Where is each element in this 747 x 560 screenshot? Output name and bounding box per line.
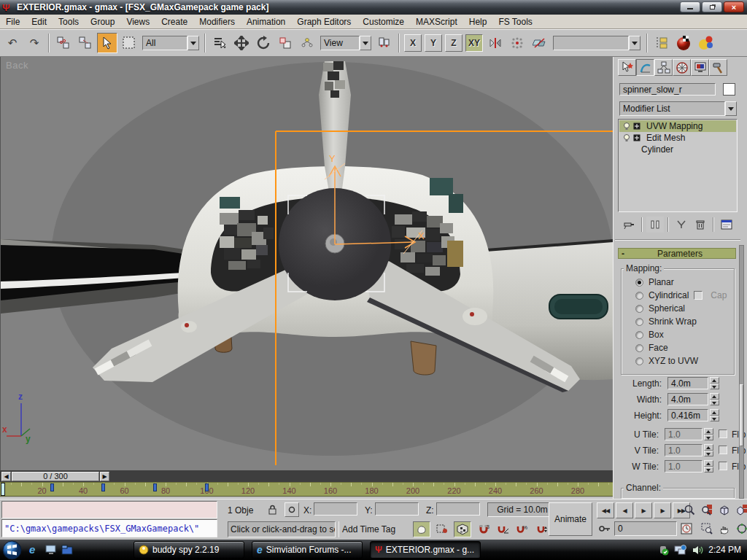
mapping-option-row[interactable]: Shrink Wrap [635,315,738,328]
taskbar-item-buddy-spy[interactable]: buddy spy 2.2.19 [133,541,244,559]
animation-key-marker[interactable] [50,483,54,491]
dimension-value-field[interactable]: 4.0m [667,393,708,405]
show-end-result-icon[interactable] [646,217,664,233]
expand-plus-icon[interactable] [633,134,640,141]
mapping-option-row[interactable]: Spherical [635,302,738,315]
parameters-rollout-header[interactable]: - Parameters [618,248,736,259]
animation-key-marker[interactable] [205,483,209,491]
select-by-name-icon[interactable] [209,33,230,53]
taskbar-clock[interactable]: 2:24 PM [708,545,741,555]
previous-frame-button[interactable]: ◀ [616,502,633,518]
taskbar-item-simviation[interactable]: e Simviation Forums -... [252,541,363,559]
restrict-x-button[interactable]: X [404,34,422,52]
scrollbar-thumb[interactable] [740,384,743,446]
quicklaunch-explorer-icon[interactable] [61,545,73,555]
material-navigator-icon[interactable] [673,33,694,53]
radio-button[interactable] [635,331,643,339]
radio-button[interactable] [635,344,643,352]
frame-back-arrow[interactable]: ◀ [1,472,11,481]
reference-coordinate-combo[interactable]: View [320,36,371,50]
panel-scrollbar[interactable] [739,245,744,499]
coord-z-field[interactable] [436,502,480,516]
restore-button[interactable] [702,1,722,12]
modifier-name[interactable]: Cylinder [641,144,673,155]
track-view-icon[interactable] [651,33,672,53]
modifier-stack-row[interactable]: Cylinder [619,144,736,155]
zoom-extents-icon[interactable] [716,502,732,517]
modifier-name[interactable]: Edit Mesh [646,133,685,143]
coord-y-field[interactable] [375,502,419,516]
menu-item[interactable]: Graph Editors [291,15,357,28]
select-and-rotate-icon[interactable] [253,33,274,53]
tab-display[interactable] [691,59,709,76]
selection-lock-icon[interactable] [264,502,280,517]
maxscript-listener-output[interactable]: "C:\gmax\gamepacks\FSX_GMaxGamepack\" [1,519,217,537]
pan-hand-icon[interactable] [716,521,732,536]
pin-stack-icon[interactable] [620,217,638,233]
modifier-name[interactable]: UVW Mapping [646,121,703,131]
viewport-label[interactable]: Back [6,60,28,71]
snap-toggle-3d-icon[interactable]: 3 [476,521,493,537]
mapping-option-row[interactable]: Cylindrical Cap [635,289,738,302]
menu-item[interactable]: Customize [357,15,410,28]
mapping-option-row[interactable]: Planar [635,276,738,289]
quicklaunch-show-desktop-icon[interactable] [45,545,57,555]
menu-item[interactable]: Group [85,15,120,28]
tab-create[interactable] [618,59,636,76]
use-center-flyout-icon[interactable] [374,33,395,53]
animate-button[interactable]: Animate [549,502,592,536]
restrict-y-button[interactable]: Y [425,34,442,52]
coord-x-field[interactable] [314,502,357,516]
named-selection-sets-combo[interactable] [553,36,640,50]
minimize-button[interactable] [680,1,700,12]
dimension-value-field[interactable]: 4.0m [667,377,708,389]
menu-item[interactable]: Animation [241,15,291,28]
tile-value-field[interactable]: 1.0 [665,444,703,456]
angle-snap-icon[interactable] [495,521,512,537]
expand-plus-icon[interactable] [633,122,640,130]
start-button[interactable] [2,540,22,560]
next-frame-button[interactable]: ▶ [654,502,671,518]
menu-item[interactable]: Help [463,15,493,28]
time-configuration-icon[interactable] [678,521,694,536]
spinner-arrows[interactable] [704,444,713,456]
tab-hierarchy[interactable] [654,59,673,76]
spinner-arrows[interactable] [704,428,713,440]
radio-button[interactable] [635,292,643,300]
time-slider-button[interactable]: 0 / 300 [12,472,99,481]
frame-forward-arrow[interactable]: ▶ [100,472,109,481]
tab-motion[interactable] [673,59,691,76]
tray-update-icon[interactable] [658,545,669,556]
current-frame-field[interactable]: 0 [614,521,677,536]
tray-network-icon[interactable] [674,545,687,556]
flip-checkbox[interactable] [719,446,727,454]
add-time-tag[interactable]: Add Time Tag [338,521,409,537]
zoom-all-icon[interactable] [699,502,715,517]
percent-snap-icon[interactable]: % [514,521,531,537]
restrict-z-button[interactable]: Z [445,34,462,52]
animation-key-marker[interactable] [101,483,105,491]
object-color-swatch[interactable] [723,83,735,96]
modifier-stack[interactable]: UVW Mapping Edit Mesh [618,119,738,212]
radio-button[interactable] [635,279,643,287]
track-bar[interactable]: 20406080100120140160180200220240260280 [0,482,613,497]
mapping-option-row[interactable]: Box [635,328,738,341]
configure-modifier-sets-icon[interactable] [718,217,735,233]
cap-checkbox[interactable] [694,291,703,300]
tab-utilities[interactable] [709,59,727,76]
radio-button[interactable] [635,305,643,313]
close-button[interactable]: × [724,1,744,12]
radio-button[interactable] [635,357,643,365]
current-frame-caret[interactable] [1,483,5,496]
undo-icon[interactable]: ↶ [2,33,23,53]
flip-checkbox[interactable] [719,429,727,438]
viewport-3d-scene[interactable]: Y X z x y [1,57,614,470]
select-and-scale-icon[interactable] [275,33,295,53]
tile-value-field[interactable]: 1.0 [665,460,703,472]
menu-item[interactable]: Views [120,15,155,28]
quicklaunch-ie-icon[interactable]: e [29,543,35,556]
visibility-bulb-icon[interactable] [622,133,631,142]
taskbar-item-exterior-gmax[interactable]: Ψ EXTERIOR.gmax - g... [370,541,481,559]
spinner-arrows[interactable] [710,393,719,405]
flip-checkbox[interactable] [719,462,727,470]
